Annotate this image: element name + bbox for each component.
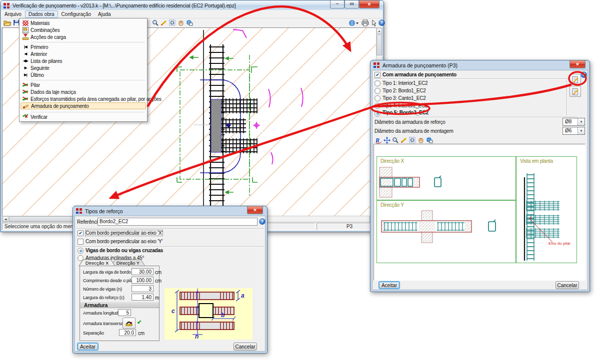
menubar: Arquivo Dados obra Configuração Ajuda — [1, 10, 382, 18]
field-a-input[interactable]: 30.00 — [132, 268, 154, 275]
menu-item-pilar[interactable]: Pilar — [20, 81, 146, 88]
redraw-icon[interactable]: R — [374, 136, 382, 144]
menu-ajuda[interactable]: Ajuda — [94, 10, 114, 18]
menu-item-lista-pilares[interactable]: ◀▶ Lista de pilares — [20, 57, 146, 64]
separacao-input[interactable]: 20.0 — [119, 329, 136, 336]
menu-item-esforcos[interactable]: Esforços transmitidos pela área carregad… — [20, 95, 146, 102]
menu-arquivo[interactable]: Arquivo — [1, 10, 25, 18]
menu-dados-obra[interactable]: Dados obra — [25, 10, 58, 18]
type3-radio[interactable] — [374, 95, 380, 101]
scroll-left-button[interactable]: ◀ — [2, 216, 8, 222]
diameter-reinforcement-select[interactable]: Ø8 ▼ — [562, 118, 585, 126]
menu-item-verificar[interactable]: ✔✔✘ Verificar — [20, 113, 146, 120]
menu-item-armadura-puncoamento[interactable]: Armadura de punçoamento — [20, 102, 146, 109]
field-c-input[interactable]: 1.40 — [132, 294, 154, 301]
scroll-up-button[interactable]: ▲ — [376, 28, 382, 34]
dialog-tipos-reforco: Tipos de reforço × Referência Bordo2_EC2… — [72, 206, 268, 354]
forces-icon — [20, 96, 30, 102]
print-view-icon[interactable] — [185, 19, 194, 26]
dialog-title: Armadura de punçoamento (P3) — [382, 62, 458, 68]
longitudinal-input[interactable]: 5 — [118, 309, 131, 316]
svg-text:Direcção X: Direcção X — [86, 260, 109, 266]
minimize-button[interactable]: – — [330, 0, 344, 8]
with-reinforcement-checkbox[interactable]: ✔ — [374, 72, 380, 78]
menu-item-seguinte[interactable]: ▶ Seguinte — [20, 64, 146, 71]
tipos-close-button[interactable]: × — [247, 206, 263, 214]
last-icon: ▶| — [20, 73, 30, 77]
type2-radio[interactable] — [374, 88, 380, 94]
tipos-titlebar: Tipos de reforço × — [73, 206, 267, 216]
help-icon[interactable]: ? — [378, 19, 386, 26]
dados-obra-menu: Materiais Combinações Acções de carga |◀… — [19, 18, 148, 122]
field-a-label: Largura da viga de bordo (a) — [83, 270, 137, 275]
field-n-label: Número de vigas (n) — [83, 287, 122, 292]
type1-radio[interactable] — [374, 80, 380, 86]
stirrup-icon — [488, 220, 496, 231]
verify-icon: ✔✔✘ — [20, 114, 30, 120]
menu-item-anterior[interactable]: ◀ Anterior — [20, 50, 146, 57]
type4-radio[interactable] — [374, 103, 380, 109]
zoom-icon[interactable] — [391, 136, 400, 144]
open-file-icon[interactable] — [3, 19, 12, 26]
tipos-help-icon[interactable]: ? — [259, 218, 266, 225]
pillar-icon — [20, 82, 30, 88]
menu-item-accoes-carga[interactable]: Acções de carga — [20, 33, 146, 40]
p3-close-button[interactable]: × — [570, 60, 586, 68]
reinforcement-diagram: c a b n — [164, 288, 252, 340]
print-view-icon[interactable] — [425, 136, 434, 144]
type5-label: Tipo 5: Bordo2_EC2 — [382, 110, 428, 115]
pan-arrows-icon[interactable] — [382, 136, 391, 144]
type5-radio[interactable] — [374, 110, 380, 116]
diameter-assembly-label: Diâmetro da armadura de montagem — [374, 128, 454, 134]
maximize-button[interactable]: ▭ — [344, 0, 359, 8]
reference-input[interactable]: Bordo2_EC2 — [98, 218, 258, 226]
close-button[interactable]: × — [359, 0, 380, 8]
next-icon: ▶ — [20, 66, 30, 70]
edit-type-button-2[interactable] — [570, 86, 581, 97]
p3-help-icon[interactable]: ? — [580, 71, 587, 78]
border-y-checkbox[interactable] — [78, 239, 84, 245]
menu-item-primeiro[interactable]: |◀ Primeiro — [20, 43, 146, 50]
edit-type-button[interactable] — [570, 74, 581, 85]
pan-hand-icon[interactable] — [416, 136, 425, 144]
armadura-header: Armadura — [80, 302, 159, 308]
menu-item-combinacoes[interactable]: Combinações — [20, 26, 146, 33]
field-b-input[interactable]: 100.00 — [132, 277, 154, 284]
menu-item-dados-laje[interactable]: Dados da laje maciça — [20, 88, 146, 95]
panel-plan-view: Vista em planta — [516, 156, 577, 263]
tipos-accept-button[interactable]: Aceitar — [77, 343, 98, 351]
border-x-label: Com bordo perpendicular ao eixo 'X' — [86, 230, 162, 236]
zoom-window-icon[interactable] — [408, 136, 416, 144]
edge-beams-radio[interactable] — [78, 248, 84, 254]
edge-beams-label: Vigas de bordo ou vigas cruzadas — [86, 248, 163, 253]
transversal-edit-button[interactable] — [122, 318, 136, 329]
menu-item-ultimo[interactable]: ▶| Último — [20, 71, 146, 78]
p3-cancel-button[interactable]: Cancelar — [556, 281, 579, 289]
zoom-icon[interactable] — [151, 19, 160, 26]
diameter-assembly-select[interactable]: Ø6 ▼ — [562, 127, 585, 135]
first-icon: |◀ — [20, 45, 30, 49]
print-icon[interactable] — [361, 19, 370, 26]
separacao-label: Separação — [83, 331, 104, 336]
materials-icon — [20, 20, 30, 26]
border-y-label: Com bordo perpendicular ao eixo 'Y' — [86, 239, 162, 244]
menu-configuracao[interactable]: Configuração — [58, 10, 94, 18]
transversal-ok-icon: ✔ — [137, 319, 142, 326]
previous-icon: ◀ — [20, 52, 30, 56]
svg-text:b: b — [221, 312, 224, 319]
globe-dropdown-icon[interactable] — [348, 19, 359, 26]
field-a-unit: cm — [155, 270, 162, 275]
pan-hand-icon[interactable] — [176, 19, 185, 26]
zoom-window-icon[interactable] — [168, 19, 176, 26]
diameter-reinforcement-label: Diâmetro da armadura de reforço — [374, 119, 446, 125]
menu-item-materiais[interactable]: Materiais — [20, 19, 146, 26]
measure-icon[interactable] — [160, 19, 168, 26]
reference-label: Referência — [77, 219, 100, 225]
field-n-input[interactable]: 3 — [132, 285, 154, 292]
p3-accept-button[interactable]: Aceitar — [378, 281, 400, 289]
measure-icon[interactable] — [400, 136, 408, 144]
dialog-title: Tipos de reforço — [85, 208, 122, 214]
tipos-cancel-button[interactable]: Cancelar — [234, 343, 257, 351]
vertical-scroll-thumb[interactable] — [376, 34, 382, 55]
border-x-checkbox[interactable]: ✔ — [78, 230, 84, 236]
